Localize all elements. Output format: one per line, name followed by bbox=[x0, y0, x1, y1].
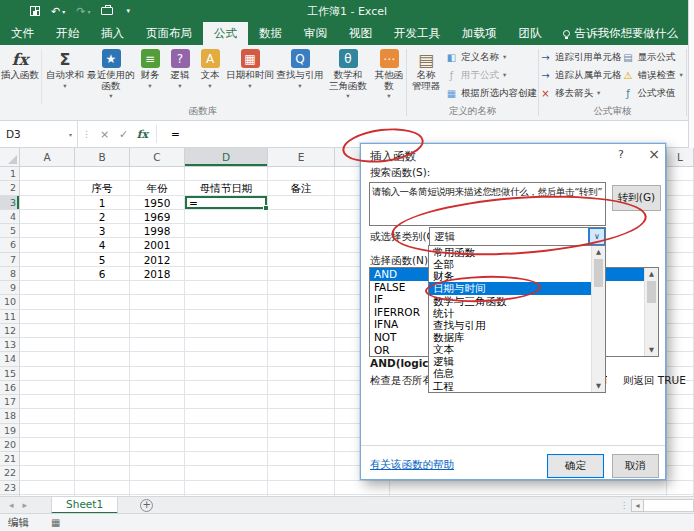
scrollbar-thumb[interactable] bbox=[647, 281, 656, 303]
cell-C20[interactable] bbox=[130, 438, 185, 452]
row-header-9[interactable]: 9 bbox=[0, 281, 20, 295]
cell-A2[interactable] bbox=[20, 181, 75, 195]
row-header-15[interactable]: 15 bbox=[0, 367, 20, 381]
cell-D3[interactable]: = bbox=[185, 196, 268, 210]
cell-D7[interactable] bbox=[185, 253, 268, 267]
row-header-12[interactable]: 12 bbox=[0, 324, 20, 338]
cell-E19[interactable] bbox=[268, 424, 335, 438]
sheet-prev-icon[interactable]: ◂ bbox=[9, 500, 14, 510]
tab-team[interactable]: 团队 bbox=[508, 22, 553, 45]
cell-D6[interactable] bbox=[185, 238, 268, 252]
add-sheet-button[interactable]: + bbox=[140, 499, 153, 512]
cell-C13[interactable] bbox=[130, 338, 185, 352]
cell-L10[interactable] bbox=[667, 295, 694, 309]
cell-A22[interactable] bbox=[20, 466, 75, 480]
row-header-17[interactable]: 17 bbox=[0, 395, 20, 409]
select-all-corner[interactable] bbox=[0, 148, 20, 166]
cell-A18[interactable] bbox=[20, 409, 75, 423]
cell-A4[interactable] bbox=[20, 210, 75, 224]
ribbon-button-logical[interactable]: ?逻辑▾ bbox=[165, 46, 195, 107]
scroll-down-icon[interactable]: ▼ bbox=[645, 344, 658, 356]
chevron-down-icon[interactable]: ∨ bbox=[588, 228, 605, 245]
cell-L2[interactable] bbox=[667, 181, 694, 195]
row-header-16[interactable]: 16 bbox=[0, 381, 20, 395]
row-header-3[interactable]: 3 bbox=[0, 196, 20, 210]
category-item-统计[interactable]: 统计 bbox=[429, 307, 592, 319]
cell-E6[interactable] bbox=[268, 238, 335, 252]
cell-C23[interactable] bbox=[130, 481, 185, 495]
col-header-A[interactable]: A bbox=[20, 148, 75, 166]
cell-E14[interactable] bbox=[268, 352, 335, 366]
dialog-help-icon[interactable]: ? bbox=[613, 148, 629, 161]
col-header-D[interactable]: D bbox=[185, 148, 268, 166]
cell-D16[interactable] bbox=[185, 381, 268, 395]
cell-B10[interactable] bbox=[75, 295, 130, 309]
cell-D13[interactable] bbox=[185, 338, 268, 352]
ribbon-button-date-time[interactable]: ▦日期和时间▾ bbox=[225, 46, 275, 107]
cell-C6[interactable]: 2001 bbox=[130, 238, 185, 252]
cell-L11[interactable] bbox=[667, 310, 694, 324]
cell-D22[interactable] bbox=[185, 466, 268, 480]
ribbon-button-insert-function[interactable]: fx插入函数 bbox=[0, 46, 40, 107]
cell-L13[interactable] bbox=[667, 338, 694, 352]
sheet-tab-sheet1[interactable]: Sheet1 bbox=[51, 497, 118, 514]
cell-A16[interactable] bbox=[20, 381, 75, 395]
cell-A5[interactable] bbox=[20, 224, 75, 238]
cell-D8[interactable] bbox=[185, 267, 268, 281]
insert-function-icon[interactable]: fx bbox=[133, 128, 152, 141]
cell-L14[interactable] bbox=[667, 352, 694, 366]
category-item-全部[interactable]: 全部 bbox=[429, 258, 592, 270]
cell-B20[interactable] bbox=[75, 438, 130, 452]
cell-E7[interactable] bbox=[268, 253, 335, 267]
cell-C17[interactable] bbox=[130, 395, 185, 409]
cell-A7[interactable] bbox=[20, 253, 75, 267]
cell-E8[interactable] bbox=[268, 267, 335, 281]
ribbon-button-show-formulas[interactable]: ▤显示公式 bbox=[622, 48, 683, 66]
cell-A3[interactable] bbox=[20, 196, 75, 210]
cell-E13[interactable] bbox=[268, 338, 335, 352]
cell-L5[interactable] bbox=[667, 224, 694, 238]
cell-C14[interactable] bbox=[130, 352, 185, 366]
scroll-left-icon[interactable]: ◂ bbox=[631, 499, 644, 512]
cell-C1[interactable] bbox=[130, 167, 185, 181]
formula-input[interactable]: = bbox=[161, 128, 694, 140]
cell-D23[interactable] bbox=[185, 481, 268, 495]
cell-C19[interactable] bbox=[130, 424, 185, 438]
cell-A12[interactable] bbox=[20, 324, 75, 338]
cell-E12[interactable] bbox=[268, 324, 335, 338]
cell-E1[interactable] bbox=[268, 167, 335, 181]
ribbon-button-math-trig[interactable]: θ数学和三角函数▾ bbox=[325, 46, 371, 107]
tab-developer[interactable]: 开发工具 bbox=[383, 22, 451, 45]
cell-B13[interactable] bbox=[75, 338, 130, 352]
cell-E22[interactable] bbox=[268, 466, 335, 480]
cell-B17[interactable] bbox=[75, 395, 130, 409]
ribbon-button-create-from-selection[interactable]: ▦根据所选内容创建 bbox=[445, 84, 537, 102]
cell-A15[interactable] bbox=[20, 367, 75, 381]
tab-page-layout[interactable]: 页面布局 bbox=[135, 22, 203, 45]
tab-file[interactable]: 文件 bbox=[0, 22, 45, 45]
cell-C9[interactable] bbox=[130, 281, 185, 295]
cell-L8[interactable] bbox=[667, 267, 694, 281]
col-header-B[interactable]: B bbox=[75, 148, 130, 166]
col-header-E[interactable]: E bbox=[268, 148, 335, 166]
row-header-8[interactable]: 8 bbox=[0, 267, 20, 281]
cancel-entry-icon[interactable]: × bbox=[95, 128, 114, 141]
row-header-23[interactable]: 23 bbox=[0, 481, 20, 495]
category-item-信息[interactable]: 信息 bbox=[429, 367, 592, 379]
cell-A1[interactable] bbox=[20, 167, 75, 181]
cell-E16[interactable] bbox=[268, 381, 335, 395]
cell-C21[interactable] bbox=[130, 452, 185, 466]
cell-A21[interactable] bbox=[20, 452, 75, 466]
row-header-20[interactable]: 20 bbox=[0, 438, 20, 452]
cell-D9[interactable] bbox=[185, 281, 268, 295]
ribbon-button-trace-dependents[interactable]: →追踪从属单元格 bbox=[539, 66, 622, 84]
cell-L22[interactable] bbox=[667, 466, 694, 480]
ribbon-button-define-name[interactable]: ◧定义名称▾ bbox=[445, 48, 537, 66]
cell-C5[interactable]: 1998 bbox=[130, 224, 185, 238]
sheet-next-icon[interactable]: ▸ bbox=[23, 500, 28, 510]
cell-filler[interactable] bbox=[390, 481, 667, 495]
cell-E23[interactable] bbox=[268, 481, 335, 495]
cell-E4[interactable] bbox=[268, 210, 335, 224]
cell-L4[interactable] bbox=[667, 210, 694, 224]
ribbon-button-name-manager[interactable]: ▤名称管理器 bbox=[407, 46, 445, 107]
